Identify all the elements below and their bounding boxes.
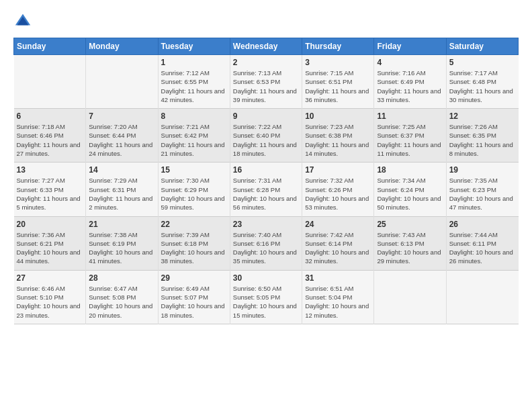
day-number: 9 (233, 111, 299, 121)
day-number: 19 (449, 165, 516, 175)
calendar-cell: 24Sunrise: 7:42 AM Sunset: 6:14 PM Dayli… (302, 216, 374, 270)
calendar-cell: 23Sunrise: 7:40 AM Sunset: 6:16 PM Dayli… (230, 216, 302, 270)
calendar-week-row: 20Sunrise: 7:36 AM Sunset: 6:21 PM Dayli… (14, 216, 519, 270)
calendar-cell: 11Sunrise: 7:25 AM Sunset: 6:37 PM Dayli… (374, 109, 446, 163)
day-info: Sunrise: 6:50 AM Sunset: 5:05 PM Dayligh… (233, 284, 299, 320)
day-number: 2 (233, 58, 299, 67)
calendar-cell: 26Sunrise: 7:44 AM Sunset: 6:11 PM Dayli… (446, 216, 518, 270)
calendar-cell: 7Sunrise: 7:20 AM Sunset: 6:44 PM Daylig… (86, 109, 158, 163)
calendar-cell: 1Sunrise: 7:12 AM Sunset: 6:55 PM Daylig… (158, 55, 230, 109)
day-number: 7 (89, 111, 154, 121)
calendar-cell: 22Sunrise: 7:39 AM Sunset: 6:18 PM Dayli… (158, 216, 230, 270)
day-info: Sunrise: 7:22 AM Sunset: 6:40 PM Dayligh… (233, 122, 299, 158)
day-info: Sunrise: 6:49 AM Sunset: 5:07 PM Dayligh… (161, 284, 227, 320)
day-info: Sunrise: 7:29 AM Sunset: 6:31 PM Dayligh… (89, 176, 154, 212)
day-info: Sunrise: 7:20 AM Sunset: 6:44 PM Dayligh… (89, 122, 154, 158)
day-number: 14 (89, 165, 154, 175)
day-info: Sunrise: 7:23 AM Sunset: 6:38 PM Dayligh… (305, 122, 371, 158)
calendar-cell: 30Sunrise: 6:50 AM Sunset: 5:05 PM Dayli… (230, 270, 302, 324)
day-info: Sunrise: 6:46 AM Sunset: 5:10 PM Dayligh… (17, 284, 83, 320)
calendar-cell (14, 55, 86, 109)
calendar-cell (446, 270, 518, 324)
day-number: 28 (89, 273, 154, 283)
day-number: 29 (161, 273, 227, 283)
calendar-cell: 5Sunrise: 7:17 AM Sunset: 6:48 PM Daylig… (446, 55, 518, 109)
day-info: Sunrise: 7:13 AM Sunset: 6:53 PM Dayligh… (233, 68, 299, 104)
day-number: 30 (233, 273, 299, 283)
day-number: 21 (89, 220, 154, 229)
calendar-cell: 4Sunrise: 7:16 AM Sunset: 6:49 PM Daylig… (374, 55, 446, 109)
calendar-cell: 15Sunrise: 7:30 AM Sunset: 6:29 PM Dayli… (158, 163, 230, 216)
calendar-cell (374, 270, 446, 324)
weekday-header-friday: Friday (374, 38, 446, 55)
calendar-week-row: 13Sunrise: 7:27 AM Sunset: 6:33 PM Dayli… (14, 163, 519, 216)
day-info: Sunrise: 7:17 AM Sunset: 6:48 PM Dayligh… (449, 68, 516, 104)
weekday-header-saturday: Saturday (446, 38, 518, 55)
day-info: Sunrise: 7:34 AM Sunset: 6:24 PM Dayligh… (377, 176, 443, 212)
day-number: 12 (449, 111, 516, 121)
day-number: 6 (17, 111, 83, 121)
day-info: Sunrise: 7:25 AM Sunset: 6:37 PM Dayligh… (377, 122, 443, 158)
day-info: Sunrise: 7:15 AM Sunset: 6:51 PM Dayligh… (305, 68, 371, 104)
day-number: 5 (449, 58, 516, 67)
day-number: 20 (17, 220, 83, 229)
day-info: Sunrise: 7:27 AM Sunset: 6:33 PM Dayligh… (17, 176, 83, 212)
day-number: 31 (305, 273, 371, 283)
day-info: Sunrise: 7:32 AM Sunset: 6:26 PM Dayligh… (305, 176, 371, 212)
calendar-header: SundayMondayTuesdayWednesdayThursdayFrid… (14, 38, 519, 55)
day-info: Sunrise: 7:40 AM Sunset: 6:16 PM Dayligh… (233, 230, 299, 266)
generalblue-logo-icon (13, 12, 32, 31)
day-number: 8 (161, 111, 227, 121)
calendar-cell: 19Sunrise: 7:35 AM Sunset: 6:23 PM Dayli… (446, 163, 518, 216)
day-number: 22 (161, 220, 227, 229)
day-number: 26 (449, 220, 516, 229)
day-info: Sunrise: 7:38 AM Sunset: 6:19 PM Dayligh… (89, 230, 154, 266)
calendar-cell: 13Sunrise: 7:27 AM Sunset: 6:33 PM Dayli… (14, 163, 86, 216)
calendar-week-row: 1Sunrise: 7:12 AM Sunset: 6:55 PM Daylig… (14, 55, 519, 109)
calendar-week-row: 27Sunrise: 6:46 AM Sunset: 5:10 PM Dayli… (14, 270, 519, 324)
day-info: Sunrise: 7:18 AM Sunset: 6:46 PM Dayligh… (17, 122, 83, 158)
day-info: Sunrise: 7:43 AM Sunset: 6:13 PM Dayligh… (377, 230, 443, 266)
weekday-header-sunday: Sunday (14, 38, 86, 55)
weekday-header-tuesday: Tuesday (158, 38, 230, 55)
day-number: 3 (305, 58, 371, 67)
calendar-cell: 25Sunrise: 7:43 AM Sunset: 6:13 PM Dayli… (374, 216, 446, 270)
calendar-cell: 8Sunrise: 7:21 AM Sunset: 6:42 PM Daylig… (158, 109, 230, 163)
calendar-cell: 14Sunrise: 7:29 AM Sunset: 6:31 PM Dayli… (86, 163, 158, 216)
day-info: Sunrise: 7:39 AM Sunset: 6:18 PM Dayligh… (161, 230, 227, 266)
calendar-table: SundayMondayTuesdayWednesdayThursdayFrid… (13, 38, 519, 324)
day-number: 1 (161, 58, 227, 67)
day-number: 4 (377, 58, 443, 67)
calendar-cell: 28Sunrise: 6:47 AM Sunset: 5:08 PM Dayli… (86, 270, 158, 324)
calendar-cell: 9Sunrise: 7:22 AM Sunset: 6:40 PM Daylig… (230, 109, 302, 163)
day-number: 15 (161, 165, 227, 175)
day-number: 25 (377, 220, 443, 229)
day-number: 17 (305, 165, 371, 175)
calendar-cell (86, 55, 158, 109)
day-number: 23 (233, 220, 299, 229)
day-number: 27 (17, 273, 83, 283)
day-number: 18 (377, 165, 443, 175)
day-info: Sunrise: 6:47 AM Sunset: 5:08 PM Dayligh… (89, 284, 154, 320)
logo (13, 12, 35, 31)
calendar-cell: 18Sunrise: 7:34 AM Sunset: 6:24 PM Dayli… (374, 163, 446, 216)
day-info: Sunrise: 7:35 AM Sunset: 6:23 PM Dayligh… (449, 176, 516, 212)
calendar-cell: 17Sunrise: 7:32 AM Sunset: 6:26 PM Dayli… (302, 163, 374, 216)
day-number: 24 (305, 220, 371, 229)
day-info: Sunrise: 7:12 AM Sunset: 6:55 PM Dayligh… (161, 68, 227, 104)
day-info: Sunrise: 7:26 AM Sunset: 6:35 PM Dayligh… (449, 122, 516, 158)
day-number: 11 (377, 111, 443, 121)
day-info: Sunrise: 7:44 AM Sunset: 6:11 PM Dayligh… (449, 230, 516, 266)
weekday-header-row: SundayMondayTuesdayWednesdayThursdayFrid… (14, 38, 519, 55)
day-number: 10 (305, 111, 371, 121)
calendar-week-row: 6Sunrise: 7:18 AM Sunset: 6:46 PM Daylig… (14, 109, 519, 163)
calendar-cell: 6Sunrise: 7:18 AM Sunset: 6:46 PM Daylig… (14, 109, 86, 163)
day-info: Sunrise: 7:16 AM Sunset: 6:49 PM Dayligh… (377, 68, 443, 104)
calendar-cell: 31Sunrise: 6:51 AM Sunset: 5:04 PM Dayli… (302, 270, 374, 324)
calendar-cell: 3Sunrise: 7:15 AM Sunset: 6:51 PM Daylig… (302, 55, 374, 109)
calendar-cell: 20Sunrise: 7:36 AM Sunset: 6:21 PM Dayli… (14, 216, 86, 270)
calendar-cell: 16Sunrise: 7:31 AM Sunset: 6:28 PM Dayli… (230, 163, 302, 216)
day-number: 13 (17, 165, 83, 175)
calendar-cell: 12Sunrise: 7:26 AM Sunset: 6:35 PM Dayli… (446, 109, 518, 163)
calendar-cell: 10Sunrise: 7:23 AM Sunset: 6:38 PM Dayli… (302, 109, 374, 163)
